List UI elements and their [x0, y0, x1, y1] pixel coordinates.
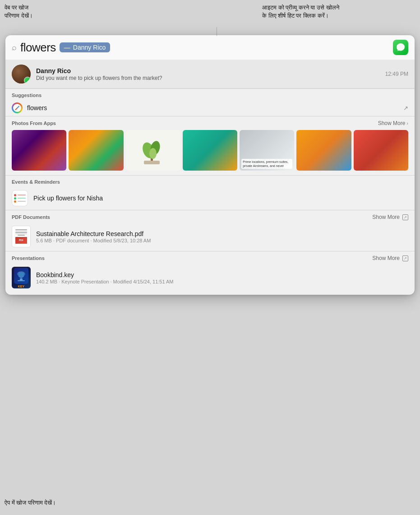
pdf-file-row[interactable]: PDF Sustainable Architecture Research.pd… — [5, 222, 415, 251]
search-bar[interactable]: ⌕ flowers — Danny Rico — [5, 35, 415, 60]
events-header: Events & Reminders — [5, 176, 415, 186]
photos-show-more-button[interactable]: Show More › — [378, 120, 408, 126]
reminders-icon — [12, 190, 28, 206]
show-more-square-icon — [402, 214, 408, 220]
photo-thumb-6[interactable] — [296, 130, 351, 171]
keynote-file-row[interactable]: KEY Bookbind.key 140.2 MB · Keynote Pres… — [5, 263, 415, 295]
annotation-top-left: वेब पर खोजपरिणाम देखें। — [5, 4, 33, 20]
search-token[interactable]: — Danny Rico — [60, 42, 110, 52]
suggestion-arrow-icon: ↗ — [403, 105, 408, 111]
photos-header: Photos From Apps Show More › — [5, 116, 415, 128]
message-content: Danny Rico Did you want me to pick up fl… — [36, 67, 380, 81]
pdf-section-title: PDF Documents — [12, 214, 50, 220]
keynote-file-icon: KEY — [12, 267, 31, 288]
keynote-file-meta: 140.2 MB · Keynote Presentation · Modifi… — [36, 279, 408, 284]
suggestion-label: flowers — [27, 104, 399, 111]
avatar — [12, 65, 31, 84]
message-time: 12:49 PM — [385, 71, 408, 77]
message-preview: Did you want me to pick up flowers from … — [36, 75, 380, 81]
annotation-top-right: आइटम को प्रीव्यू करने या उसे खोलनेके लिए… — [262, 4, 406, 20]
pdf-file-content: Sustainable Architecture Research.pdf 5.… — [36, 230, 408, 243]
plant-illustration — [139, 135, 166, 166]
photo-thumb-4[interactable] — [183, 130, 237, 171]
token-label: Danny Rico — [73, 44, 106, 51]
presentations-section-title: Presentations — [12, 255, 45, 261]
event-item[interactable]: Pick up flowers for Nisha — [5, 186, 415, 210]
chevron-right-icon: › — [406, 121, 408, 126]
safari-icon — [12, 102, 23, 113]
svg-rect-7 — [18, 280, 25, 281]
token-separator: — — [64, 44, 70, 51]
pdf-show-more-button[interactable]: Show More — [372, 214, 408, 220]
callout-line — [217, 27, 217, 36]
pdf-file-meta: 5.6 MB · PDF document · Modified 5/8/23,… — [36, 238, 408, 243]
search-query: flowers — [20, 41, 56, 55]
photo-thumb-3[interactable] — [126, 130, 180, 171]
keynote-file-name: Bookbind.key — [36, 271, 408, 278]
messages-badge — [24, 77, 31, 84]
svg-rect-4 — [144, 161, 160, 164]
presentations-header: Presentations Show More — [5, 251, 415, 263]
photo-thumb-7[interactable] — [354, 130, 408, 171]
photos-grid-section: Prime locations, premium suites, private… — [5, 128, 415, 175]
messages-app-icon — [393, 40, 408, 55]
event-label: Pick up flowers for Nisha — [33, 195, 103, 202]
photo-thumb-2[interactable] — [69, 130, 123, 171]
photo-thumb-1[interactable] — [12, 130, 66, 171]
spotlight-window: ⌕ flowers — Danny Rico Danny Rico Did yo… — [5, 35, 415, 295]
suggestions-title: Suggestions — [12, 93, 42, 98]
photo-overlay-text: Prime locations, premium suites, private… — [241, 159, 292, 169]
annotation-bottom-left: ऐप में खोज परिणाम देखें। — [5, 499, 56, 507]
sender-name: Danny Rico — [36, 67, 380, 74]
message-result-row[interactable]: Danny Rico Did you want me to pick up fl… — [5, 60, 415, 88]
suggestion-item[interactable]: flowers ↗ — [5, 100, 415, 116]
pdf-file-name: Sustainable Architecture Research.pdf — [36, 230, 408, 237]
keynote-label: KEY — [18, 285, 24, 288]
search-icon: ⌕ — [12, 43, 17, 52]
photos-grid: Prime locations, premium suites, private… — [12, 130, 408, 171]
events-section-title: Events & Reminders — [12, 179, 60, 185]
pdf-header: PDF Documents Show More — [5, 210, 415, 222]
show-more-square-icon-2 — [402, 255, 408, 261]
keynote-file-content: Bookbind.key 140.2 MB · Keynote Presenta… — [36, 271, 408, 284]
presentations-show-more-button[interactable]: Show More — [372, 255, 408, 261]
photos-section-title: Photos From Apps — [12, 121, 56, 126]
svg-point-3 — [149, 148, 157, 159]
suggestions-header: Suggestions — [5, 89, 415, 100]
pdf-file-icon: PDF — [12, 226, 31, 247]
photo-thumb-5[interactable]: Prime locations, premium suites, private… — [240, 130, 294, 171]
